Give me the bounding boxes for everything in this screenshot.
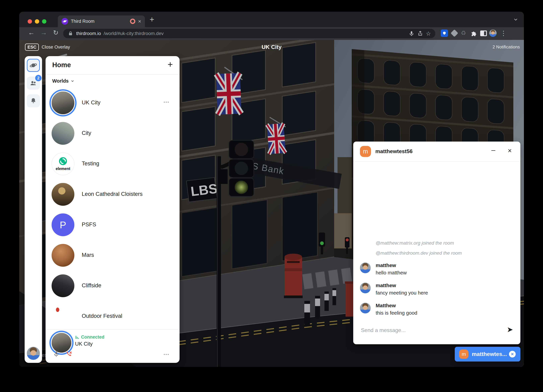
call-pill-avatar: m [459,349,469,359]
message-text: fancy meeting you here [376,290,428,296]
extension-icon[interactable] [451,29,458,37]
world-avatar [51,183,74,206]
world-avatar-element-logo: element [51,153,74,175]
browser-toolbar: ← → ↻ thirdroom.io/world/#uk-city:thirdr… [19,27,524,40]
macos-minimize-button[interactable] [35,19,39,24]
bell-icon [30,97,37,104]
user-avatar[interactable] [27,347,40,360]
browser-window: Third Room × + ← → ↻ thirdroom.io/world/… [19,12,524,367]
rail-notifications-button[interactable] [27,94,40,107]
world-row-city[interactable]: City [45,118,180,148]
world-row-cliffside[interactable]: Cliffside [45,270,180,301]
page-content: LBS Bank LBS Bank LBS [19,40,524,367]
message-sender: matthew [376,283,396,288]
world-row-mars[interactable]: Mars [45,240,180,270]
message-sender: matthew [376,262,396,268]
side-panel-icon[interactable] [480,30,487,36]
new-tab-button[interactable]: + [150,15,154,24]
chat-close-icon[interactable]: × [508,147,512,154]
world-avatar [51,91,74,114]
chat-message-input[interactable] [361,325,501,335]
world-row-outdoor-festival[interactable]: Outdoor Festival [45,301,180,331]
browser-menu-icon[interactable]: ⋮ [500,29,507,37]
world-avatar [51,274,74,297]
chat-minimize-icon[interactable]: – [492,146,495,154]
extensions-puzzle-icon[interactable] [470,30,477,37]
room-event: @matthew:thirdroom.dev joined the room [376,250,462,256]
bitwarden-extension-icon[interactable] [441,29,448,37]
create-world-button[interactable]: + [168,59,173,69]
connected-world-avatar [51,333,71,353]
notifications-count[interactable]: 2 Notifications [492,44,520,50]
home-panel-title: Home [52,61,71,69]
home-panel: Home + Worlds UK City ••• City [45,56,180,363]
world-row-uk-city[interactable]: UK City ••• [45,87,180,118]
message-avatar [360,283,371,293]
url-path: /world/#uk-city:thirdroom.dev [104,31,164,36]
balloon-decoration [56,307,59,312]
tab-title: Third Room [71,19,127,24]
message-text: hello matthew [376,270,407,276]
world-row-leon[interactable]: Leon Cathedral Cloisters [45,179,180,209]
signal-bars-icon [75,335,79,339]
tab-close-icon[interactable]: × [138,19,141,24]
recycle-extension-icon[interactable]: ♻ [461,29,466,37]
macos-close-button[interactable] [28,19,32,24]
lock-icon [68,30,74,37]
chat-room-avatar: m [360,146,371,157]
thirdroom-favicon-icon [62,18,68,25]
browser-tabstrip: Third Room × + [19,12,524,27]
reload-button[interactable]: ↻ [53,29,58,36]
connection-status: Connected [75,335,105,340]
message-sender: Matthew [376,303,396,308]
world-avatar [51,244,74,267]
friends-badge: 2 [35,75,41,81]
url-bar[interactable]: thirdroom.io/world/#uk-city:thirdroom.de… [63,29,435,38]
room-event: @matthew:matrix.org joined the room [376,240,454,246]
close-overlay-control[interactable]: ESC Close Overlay [25,44,70,51]
worlds-section-label: Worlds [52,78,69,84]
url-host: thirdroom.io [76,31,101,36]
left-rail: 2 [25,56,42,363]
close-overlay-label: Close Overlay [41,45,70,50]
call-options-icon[interactable]: ••• [164,352,170,357]
world-avatar [51,122,74,145]
mic-button[interactable] [53,351,60,357]
world-row-psfs[interactable]: P PSFS [45,209,180,240]
tab-search-chevron-icon[interactable] [513,17,518,23]
macos-zoom-button[interactable] [42,19,46,24]
mic-permission-icon[interactable] [408,30,414,37]
tab-recording-indicator-icon [130,19,135,24]
call-pill-label: matthewtes... [472,347,507,362]
desktop-background: Third Room × + ← → ↻ thirdroom.io/world/… [0,0,543,392]
message-avatar [360,303,371,313]
hangup-button[interactable] [65,351,73,358]
world-title: UK City [262,44,282,50]
connected-world-name: UK City [75,341,93,347]
esc-key-badge: ESC [25,44,39,51]
message-text: this is feeling good [376,310,417,316]
planet-icon [30,62,37,69]
send-message-icon[interactable]: ➤ [507,326,513,333]
chevron-down-icon [71,79,74,83]
chat-panel: m matthewtest56 – × @matthew:matrix.org … [353,142,520,344]
world-options-icon[interactable]: ••• [164,100,170,104]
forward-button[interactable]: → [40,29,47,36]
call-pill-close-icon[interactable]: × [509,351,516,358]
browser-profile-avatar[interactable] [489,29,497,37]
rail-friends-button[interactable]: 2 [27,77,40,90]
world-row-testing[interactable]: element Testing [45,148,180,179]
rail-worlds-button[interactable] [27,59,40,72]
people-icon [30,80,37,87]
worlds-section-toggle[interactable]: Worlds [52,78,74,84]
share-icon[interactable] [417,30,423,37]
bookmark-star-icon[interactable]: ☆ [426,31,431,36]
chat-room-title: matthewtest56 [375,148,413,154]
message-avatar [360,262,371,273]
back-button[interactable]: ← [28,29,35,36]
active-call-pill[interactable]: m matthewtes... × [455,347,520,362]
browser-tab[interactable]: Third Room × [58,15,145,27]
world-avatar: P [51,213,74,236]
element-logo-icon [59,157,67,165]
